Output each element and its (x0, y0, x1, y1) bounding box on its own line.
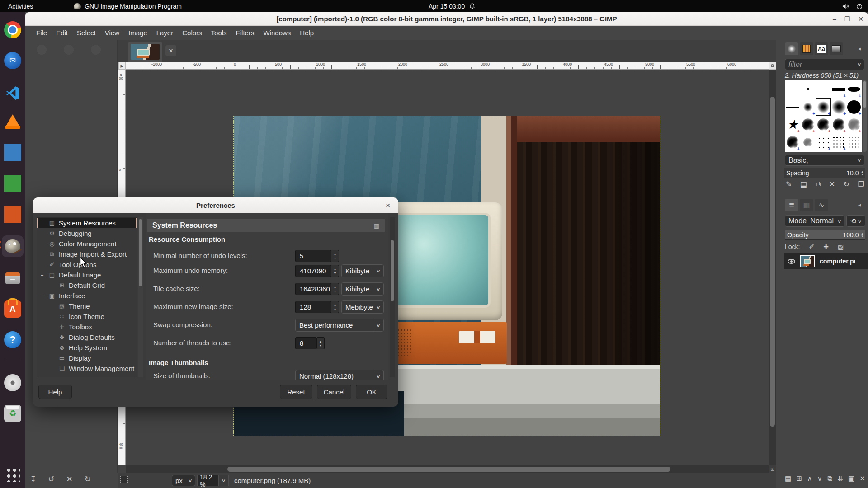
new-image-size-field[interactable]: 128 (295, 301, 331, 313)
duplicate-layer-icon[interactable]: ⧉ (827, 474, 832, 483)
dialog-title-bar[interactable]: Preferences ✕ (33, 197, 398, 213)
tree-item[interactable]: ▦ System Resources (37, 218, 137, 228)
cancel-button[interactable]: Cancel (317, 385, 351, 399)
menu-item[interactable]: File (32, 27, 52, 39)
brush-thumbnail[interactable] (816, 151, 831, 152)
brush-thumbnail[interactable] (831, 80, 846, 98)
brush-thumbnail[interactable] (831, 116, 846, 133)
dock-item[interactable] (3, 269, 22, 288)
scrollbar-thumb[interactable] (139, 219, 142, 286)
lock-pixels-icon[interactable]: ✐ (809, 243, 814, 250)
brush-thumbnail[interactable] (816, 80, 831, 98)
dock-item[interactable] (2, 235, 24, 257)
zoom-level-field[interactable]: 18.2 % (197, 475, 219, 486)
brush-grid[interactable]: ★ (785, 80, 862, 152)
ok-button[interactable]: OK (356, 385, 387, 399)
raise-layer-icon[interactable]: ∧ (807, 474, 812, 483)
brush-thumbnail[interactable] (831, 151, 846, 152)
dock-item[interactable] (3, 373, 22, 392)
spinner-arrows-icon[interactable]: ▴▾ (331, 250, 339, 262)
menu-item[interactable]: Help (295, 27, 318, 39)
menu-item[interactable]: View (100, 27, 124, 39)
delete-layer-icon[interactable]: ✕ (859, 474, 865, 483)
undo-memory-unit-dropdown[interactable]: Kibibyte∨ (341, 264, 384, 277)
brush-thumbnail[interactable] (800, 116, 816, 133)
lock-alpha-icon[interactable]: ▨ (838, 243, 844, 250)
dock-item[interactable] (3, 174, 22, 193)
close-button[interactable]: ✕ (858, 15, 863, 23)
delete-brush-icon[interactable]: ✕ (829, 180, 835, 188)
system-indicators[interactable] (842, 3, 863, 9)
menu-item[interactable]: Select (72, 27, 100, 39)
spinner-arrows-icon[interactable]: ▴▾ (331, 265, 339, 277)
undo-memory-field[interactable]: 4107090 (295, 265, 331, 277)
spinner-arrows-icon[interactable]: ▴▾ (861, 232, 863, 238)
brush-thumbnail[interactable] (785, 80, 800, 98)
lock-position-icon[interactable]: ✚ (823, 243, 829, 250)
tile-cache-field[interactable]: 16428360 (295, 283, 331, 295)
brush-thumbnail[interactable]: ★ (785, 116, 800, 133)
brush-thumbnail[interactable] (846, 80, 862, 98)
brush-thumbnail[interactable] (785, 151, 800, 152)
tab-patterns[interactable] (800, 42, 813, 55)
dock-item[interactable] (3, 143, 22, 162)
undo-levels-field[interactable]: 5 (295, 250, 331, 262)
layer-row[interactable]: computer.png (784, 253, 868, 269)
gimp-title-bar[interactable]: [computer] (imported)-1.0 (RGB color 8-b… (25, 12, 868, 26)
brush-preset-dropdown[interactable]: Basic, ∨ (785, 155, 864, 166)
image-tab[interactable] (128, 42, 162, 62)
layer-mode-dropdown[interactable]: Mode Normal ∨ (785, 215, 844, 227)
new-layer-group-icon[interactable]: ⊞ (797, 474, 802, 483)
tree-item[interactable]: − ▣ Interface (37, 291, 137, 301)
refresh-brushes-icon[interactable]: ↻ (844, 180, 849, 188)
tab-gradients[interactable] (830, 42, 843, 55)
threads-field[interactable]: 8 (295, 337, 317, 349)
reset-tool-options-icon[interactable]: ↻ (85, 474, 91, 484)
brush-thumbnail[interactable] (846, 151, 862, 152)
swap-compression-dropdown[interactable]: Best performance ∨ (295, 319, 384, 332)
spinner-arrows-icon[interactable]: ▴▾ (331, 301, 339, 313)
navigation-preview-button[interactable]: ⊞ (769, 465, 776, 473)
brush-thumbnail[interactable] (785, 98, 800, 116)
menu-item[interactable]: Colors (178, 27, 206, 39)
content-scrollbar[interactable] (390, 217, 395, 377)
tree-item[interactable]: ⊞ Default Grid (37, 280, 137, 291)
brush-thumbnail[interactable] (785, 133, 800, 151)
scrollbar-thumb[interactable] (391, 240, 394, 301)
collapse-dock-icon[interactable]: ◂ (858, 202, 861, 208)
brush-thumbnail[interactable] (831, 133, 846, 151)
tree-item[interactable]: ▭ Display (37, 353, 137, 363)
tree-scrollbar[interactable] (138, 217, 143, 377)
tile-cache-unit-dropdown[interactable]: Kibibyte∨ (341, 282, 384, 296)
app-menu[interactable]: GNU Image Manipulation Program (74, 3, 182, 10)
clock-menu[interactable]: Apr 15 03:00 (429, 3, 475, 10)
vertical-scrollbar[interactable] (769, 70, 776, 465)
menu-item[interactable]: Image (124, 27, 152, 39)
quick-mask-toggle[interactable] (120, 476, 128, 483)
new-image-unit-dropdown[interactable]: Mebibyte∨ (341, 300, 384, 314)
help-button[interactable]: Help (38, 385, 72, 399)
visibility-eye-icon[interactable] (788, 259, 795, 264)
tree-item[interactable]: ✛ Toolbox (37, 322, 137, 332)
restore-tool-preset-icon[interactable]: ↺ (48, 474, 54, 484)
lower-layer-icon[interactable]: ∨ (817, 474, 822, 483)
spinner-arrows-icon[interactable]: ▴▾ (317, 337, 325, 349)
zoom-dropdown-button[interactable]: ∨ (219, 475, 229, 486)
brush-thumbnail[interactable] (846, 98, 862, 116)
dock-item[interactable] (4, 361, 21, 361)
dock-item[interactable] (3, 20, 22, 39)
merge-layer-icon[interactable]: ⇊ (837, 474, 843, 483)
thumbnail-size-dropdown[interactable]: Normal (128x128) ∨ (295, 370, 384, 380)
brush-thumbnail[interactable] (831, 98, 846, 116)
brush-thumbnail-selected[interactable] (816, 98, 831, 116)
app-grid-button[interactable] (3, 465, 22, 483)
minimize-button[interactable]: – (833, 15, 836, 23)
add-mask-icon[interactable]: ▣ (848, 474, 854, 483)
horizontal-scrollbar-thumb[interactable] (227, 467, 670, 472)
duplicate-brush-icon[interactable]: ⧉ (816, 180, 821, 188)
menu-item[interactable]: Edit (52, 27, 72, 39)
tree-item[interactable]: ∷ Icon Theme (37, 311, 137, 322)
maximize-button[interactable]: ❐ (844, 15, 850, 23)
layer-opacity-slider[interactable]: Opacity 100.0 ▴▾ (785, 230, 865, 240)
brush-thumbnail[interactable] (846, 133, 862, 151)
